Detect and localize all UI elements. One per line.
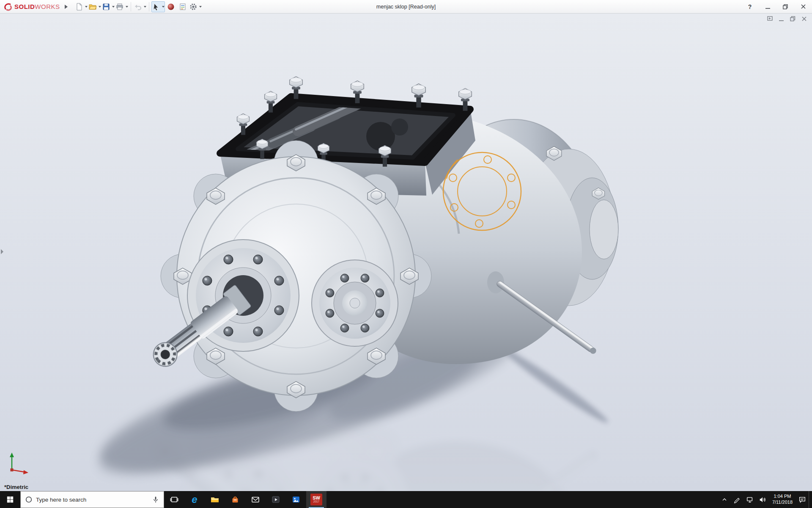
select-arrow-icon [152, 3, 160, 11]
dropdown-caret[interactable] [162, 6, 165, 8]
doc-dock-button[interactable] [767, 16, 773, 22]
solidworks-2017-icon: SW 2017 [310, 494, 322, 505]
task-view-icon [170, 495, 178, 504]
minimize-button[interactable] [759, 0, 776, 13]
triad-origin [11, 469, 14, 472]
solidworks-2017-app-button[interactable]: SW 2017 [306, 491, 326, 508]
solidworks-wordmark: SOLIDWORKS [14, 3, 60, 10]
hidden-icons-button[interactable] [718, 496, 731, 503]
save-icon [102, 3, 110, 11]
titlebar: SOLIDWORKS [0, 0, 812, 14]
featuremanager-flyout-arrow[interactable] [0, 249, 4, 256]
dropdown-caret[interactable] [144, 6, 146, 8]
document-title: menjac sklop [Read-only] [376, 4, 436, 10]
movies-app-button[interactable] [266, 491, 286, 508]
action-center-button[interactable] [796, 496, 809, 503]
close-icon [801, 4, 806, 9]
clock-date: 7/11/2018 [772, 500, 793, 505]
show-desktop-button[interactable] [809, 491, 812, 508]
speaker-icon [759, 496, 766, 503]
taskbar-clock[interactable]: 1:04 PM 7/11/2018 [769, 494, 796, 505]
doc-close-button[interactable] [801, 16, 807, 22]
system-tray: 1:04 PM 7/11/2018 [718, 491, 812, 508]
chevron-up-icon [721, 496, 728, 503]
graphics-area[interactable]: *Dimetric [0, 14, 812, 491]
appearances-button[interactable] [165, 1, 177, 12]
microphone-icon[interactable] [152, 496, 159, 503]
network-status-button[interactable] [743, 496, 756, 503]
menu-expand-icon [64, 4, 68, 9]
doc-minimize-button[interactable] [779, 16, 784, 22]
edge-icon: e [192, 494, 197, 505]
mail-envelope-icon [251, 495, 260, 504]
undo-button[interactable] [133, 1, 147, 12]
dropdown-caret[interactable] [126, 6, 128, 8]
task-view-button[interactable] [164, 491, 184, 508]
menu-expand-button[interactable] [63, 1, 70, 12]
action-center-icon [798, 496, 806, 503]
mail-button[interactable] [245, 491, 266, 508]
clock-time: 1:04 PM [774, 494, 791, 500]
gearbox-model[interactable] [148, 77, 618, 411]
windows-logo-icon [6, 496, 14, 503]
model-scene[interactable] [0, 14, 812, 491]
new-document-icon [75, 3, 83, 11]
minimize-icon [779, 16, 784, 22]
restore-icon [783, 4, 788, 9]
close-icon [801, 16, 807, 22]
flyout-arrow-icon [0, 249, 4, 255]
minimize-icon [765, 4, 770, 9]
triad-x-axis [12, 470, 25, 472]
solidworks-logo-icon [3, 2, 13, 11]
toolbar-separator [149, 2, 149, 11]
store-bag-icon [230, 495, 240, 504]
cortana-circle-icon [25, 496, 33, 503]
doc-restore-button[interactable] [790, 16, 796, 22]
orientation-triad[interactable] [7, 450, 30, 478]
open-button[interactable] [88, 1, 102, 12]
save-button[interactable] [102, 1, 115, 12]
undo-icon [134, 3, 142, 11]
report-icon [178, 3, 187, 11]
triad-y-arrowhead [10, 453, 14, 457]
volume-button[interactable] [756, 496, 769, 503]
triad-x-arrowhead [23, 470, 28, 475]
solidworks-logo: SOLIDWORKS [0, 2, 63, 11]
maximize-button[interactable] [776, 0, 794, 13]
new-document-button[interactable] [74, 1, 88, 12]
dropdown-caret[interactable] [99, 6, 101, 8]
display-report-button[interactable] [177, 1, 189, 12]
appearance-sphere-icon [167, 3, 175, 11]
document-window-controls [767, 16, 807, 22]
gear-icon [189, 3, 198, 11]
help-button[interactable]: ? [741, 0, 759, 13]
pen-settings-button[interactable] [731, 496, 743, 503]
restore-icon [790, 16, 796, 22]
view-orientation-label: *Dimetric [4, 484, 28, 490]
photos-icon [291, 495, 301, 504]
open-folder-icon [88, 3, 97, 11]
photos-app-button[interactable] [286, 491, 306, 508]
dropdown-caret[interactable] [85, 6, 88, 8]
dock-window-icon [767, 16, 773, 22]
start-button[interactable] [0, 491, 20, 508]
print-button[interactable] [115, 1, 129, 12]
select-tool-button[interactable] [151, 1, 165, 12]
print-icon [115, 3, 124, 11]
movies-play-icon [271, 495, 280, 504]
toolbar-separator [131, 2, 131, 11]
edge-browser-button[interactable]: e [184, 491, 205, 508]
taskbar: e SW 2017 [0, 491, 812, 508]
taskbar-search[interactable] [20, 491, 164, 508]
search-input[interactable] [36, 497, 148, 503]
dropdown-caret[interactable] [112, 6, 115, 8]
options-button[interactable] [189, 1, 202, 12]
network-icon [746, 496, 754, 503]
file-explorer-button[interactable] [205, 491, 225, 508]
store-button[interactable] [225, 491, 245, 508]
file-explorer-icon [210, 495, 219, 504]
close-button[interactable] [794, 0, 812, 13]
dropdown-caret[interactable] [199, 6, 202, 8]
pen-icon [733, 496, 741, 503]
